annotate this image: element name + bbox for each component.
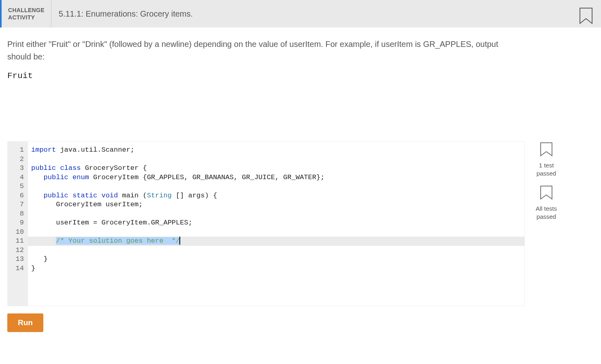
line-number: 8: [8, 210, 28, 219]
code-line[interactable]: [28, 182, 524, 191]
run-button[interactable]: Run: [7, 313, 43, 332]
text-cursor: [179, 237, 180, 245]
run-row: Run: [0, 306, 601, 339]
line-number: 13: [8, 255, 28, 264]
challenge-badge-line2: ACTIVITY: [8, 14, 45, 21]
code-line[interactable]: }: [28, 255, 524, 264]
line-number: 6: [8, 191, 28, 201]
line-number: 11: [8, 237, 28, 246]
code-content[interactable]: import java.util.Scanner;public class Gr…: [28, 142, 524, 306]
code-line[interactable]: [28, 210, 524, 219]
all-tests-label: All tests passed: [536, 205, 557, 221]
activity-description: Print either "Fruit" or "Drink" (followe…: [0, 28, 526, 66]
code-line[interactable]: import java.util.Scanner;: [28, 146, 524, 155]
line-number: 3: [8, 164, 28, 173]
code-line[interactable]: public class GrocerySorter {: [28, 164, 524, 173]
code-line[interactable]: /* Your solution goes here */: [28, 237, 524, 246]
line-number: 5: [8, 182, 28, 191]
challenge-badge: CHALLENGE ACTIVITY: [2, 0, 51, 28]
editor-area: 1234567891011121314 import java.util.Sca…: [7, 141, 594, 306]
line-number: 12: [8, 246, 28, 255]
line-number: 2: [8, 155, 28, 164]
code-line[interactable]: [28, 155, 524, 164]
code-line[interactable]: [28, 228, 524, 237]
shield-icon: [539, 185, 553, 202]
activity-header: CHALLENGE ACTIVITY 5.11.1: Enumerations:…: [0, 0, 601, 28]
activity-title: 5.11.1: Enumerations: Grocery items.: [51, 0, 200, 28]
challenge-badge-line1: CHALLENGE: [8, 6, 45, 14]
line-number: 4: [8, 173, 28, 182]
line-number-gutter: 1234567891011121314: [8, 142, 28, 306]
one-test-label: 1 test passed: [537, 161, 556, 178]
shield-icon: [539, 142, 553, 159]
line-number: 10: [8, 228, 28, 237]
code-line[interactable]: userItem = GroceryItem.GR_APPLES;: [28, 218, 524, 228]
code-line[interactable]: public static void main (String [] args)…: [28, 191, 524, 201]
one-test-status: 1 test passed: [531, 142, 562, 178]
bookmark-icon[interactable]: [578, 7, 594, 27]
code-line[interactable]: public enum GroceryItem {GR_APPLES, GR_B…: [28, 173, 524, 182]
line-number: 14: [8, 264, 28, 273]
code-line[interactable]: }: [28, 264, 524, 273]
line-number: 7: [8, 200, 28, 210]
all-tests-status: All tests passed: [531, 185, 562, 221]
line-number: 1: [8, 146, 28, 155]
example-output: Fruit: [0, 66, 601, 80]
line-number: 9: [8, 218, 28, 228]
code-line[interactable]: [28, 246, 524, 255]
code-line[interactable]: GroceryItem userItem;: [28, 200, 524, 210]
test-status-column: 1 test passed All tests passed: [531, 141, 562, 228]
code-editor[interactable]: 1234567891011121314 import java.util.Sca…: [7, 141, 525, 306]
